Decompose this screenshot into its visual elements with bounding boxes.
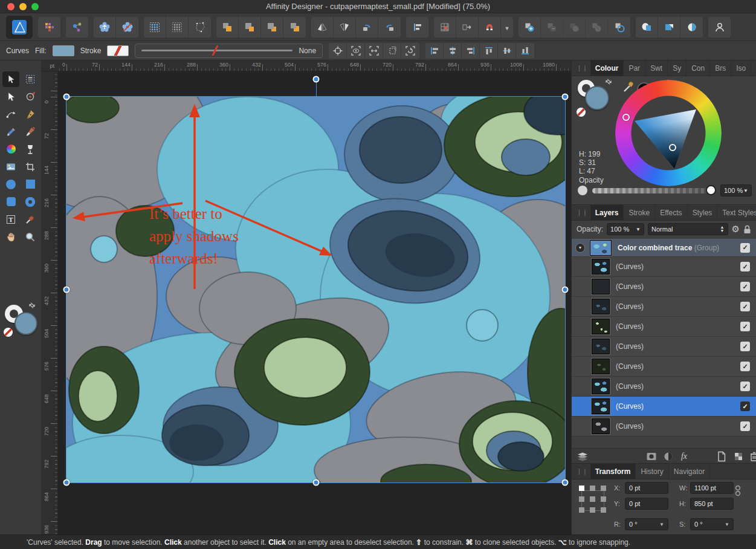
vector-crop-tool[interactable] (22, 159, 39, 175)
tab-colour[interactable]: Colour (590, 60, 624, 76)
tab-brs[interactable]: Brs (710, 60, 731, 76)
fill-colour-well[interactable] (15, 312, 37, 335)
hue-marker[interactable] (622, 114, 630, 121)
node-tool[interactable] (2, 89, 19, 105)
fill-swatch[interactable] (53, 45, 74, 56)
layer-thumbnail[interactable] (592, 319, 610, 334)
rounded-rectangle-tool[interactable] (2, 194, 19, 210)
place-image-tool[interactable] (2, 159, 19, 175)
tab-text-styles[interactable]: Text Styles (717, 205, 756, 220)
layer-row[interactable]: (Curves) ✓ (572, 277, 756, 297)
point-transform-tool[interactable] (22, 89, 39, 105)
duplicate-transform-button[interactable] (383, 43, 401, 59)
swap-fill-stroke-icon[interactable]: ⇄ (604, 76, 614, 86)
mask-half-button[interactable] (680, 17, 703, 37)
layer-visibility-checkbox[interactable]: ✓ (740, 382, 750, 391)
selection-handle-bottom-left[interactable] (63, 479, 70, 486)
transform-r-dropdown[interactable]: 0 °▼ (625, 518, 668, 530)
layer-thumbnail[interactable] (592, 398, 610, 414)
cycle-selection-box-button[interactable] (401, 43, 419, 59)
rotation-handle[interactable] (312, 76, 319, 83)
colour-picker-tool[interactable] (22, 212, 39, 227)
boolean-subtract-button[interactable] (541, 17, 563, 37)
view-tool[interactable] (2, 229, 19, 245)
move-forward-button[interactable] (239, 17, 261, 37)
align-center-button[interactable] (444, 43, 462, 59)
tab-par[interactable]: Par (624, 60, 645, 76)
blend-options-gear-icon[interactable]: ⚙ (732, 224, 740, 235)
fill-colour-well[interactable] (585, 86, 609, 110)
opacity-slider-knob[interactable] (706, 185, 716, 195)
tab-apr[interactable]: Apr (751, 60, 756, 76)
ellipse-tool[interactable] (2, 177, 19, 192)
mask-layer-button[interactable] (645, 451, 657, 462)
anchor-point[interactable] (601, 507, 606, 513)
insertion-target-button[interactable] (456, 17, 479, 37)
layer-thumbnail[interactable] (592, 259, 610, 274)
anchor-point[interactable] (579, 496, 584, 502)
panel-drag-grip[interactable]: ❘❘ (574, 209, 590, 216)
canvas-viewport[interactable]: It’s better to apply shadows afterwards! (58, 71, 571, 534)
anchor-point[interactable] (590, 507, 595, 513)
adjustment-layer-button[interactable] (662, 451, 674, 462)
layer-row[interactable]: (Curves) ✓ (572, 317, 756, 337)
tab-stroke[interactable]: Stroke (624, 205, 655, 220)
select-distort-button[interactable] (189, 17, 211, 37)
anchor-point[interactable] (579, 507, 584, 513)
new-pixel-layer-button[interactable] (732, 451, 745, 462)
layer-thumbnail[interactable] (592, 418, 610, 434)
tab-transform[interactable]: Transform (590, 464, 636, 479)
layer-row[interactable]: (Curves) ✓ (572, 337, 756, 357)
new-layer-button[interactable] (716, 451, 728, 462)
boolean-divide-button[interactable] (586, 17, 608, 37)
layer-row[interactable]: (Curves) ✓ (572, 397, 756, 417)
layer-visibility-checkbox[interactable]: ✓ (740, 421, 750, 431)
grid-options-button[interactable] (434, 17, 456, 37)
share-button[interactable] (66, 17, 88, 37)
layer-row[interactable]: (Curves) ✓ (572, 257, 756, 277)
no-colour-icon[interactable] (577, 108, 586, 117)
fill-tool[interactable] (2, 141, 19, 157)
transform-y-input[interactable]: 0 pt (625, 498, 668, 510)
transform-h-input[interactable]: 850 pt (690, 498, 734, 510)
layer-stack-icon[interactable] (577, 451, 589, 462)
rectangle-tool[interactable] (22, 177, 39, 192)
move-to-front-button[interactable] (216, 17, 239, 37)
colour-wheel[interactable] (615, 80, 722, 186)
no-colour-icon[interactable] (4, 328, 13, 337)
snapping-magnet-button[interactable] (479, 17, 501, 37)
snapping-menu-caret[interactable]: ▼ (501, 17, 513, 37)
mask-ellipse-button[interactable] (636, 17, 658, 37)
layer-visibility-checkbox[interactable]: ✓ (740, 243, 750, 253)
colour-swatches-button[interactable] (38, 17, 60, 37)
transparency-tool[interactable] (22, 141, 39, 157)
move-tool[interactable] (2, 71, 19, 87)
select-scale-button[interactable] (166, 17, 189, 37)
app-logo[interactable] (6, 16, 33, 39)
pen-tool[interactable] (22, 106, 39, 122)
tab-effects[interactable]: Effects (655, 205, 687, 220)
fill-stroke-selector[interactable]: ⇄ (4, 301, 39, 339)
anchor-point[interactable] (590, 486, 595, 491)
layer-thumbnail[interactable] (592, 299, 610, 314)
boolean-intersect-button[interactable] (563, 17, 586, 37)
layer-visibility-checkbox[interactable]: ✓ (740, 362, 750, 371)
transform-s-dropdown[interactable]: 0 °▼ (690, 518, 734, 530)
selection-handle-top-left[interactable] (63, 94, 70, 100)
selection-handle-bottom-right[interactable] (562, 479, 569, 486)
flip-horizontal-button[interactable] (311, 17, 334, 37)
layer-row[interactable]: (Curves) ✓ (572, 377, 756, 397)
anchor-point[interactable] (579, 486, 584, 491)
blend-mode-dropdown[interactable]: Normal ▲▼ (648, 223, 728, 235)
anchor-point[interactable] (590, 496, 595, 502)
panel-drag-grip[interactable]: ❘❘ (574, 65, 590, 71)
layer-thumbnail[interactable] (590, 240, 612, 256)
saturation-triangle[interactable] (615, 80, 722, 186)
anchor-point-selector[interactable] (579, 486, 607, 513)
link-dimensions-icon[interactable] (735, 484, 741, 498)
align-left-button[interactable] (425, 43, 444, 59)
rotate-cw-button[interactable] (378, 17, 401, 37)
rotate-ccw-button[interactable] (356, 17, 378, 37)
swap-fill-stroke-icon[interactable]: ⇄ (27, 300, 37, 310)
layer-row[interactable]: (Curves) ✓ (572, 297, 756, 317)
